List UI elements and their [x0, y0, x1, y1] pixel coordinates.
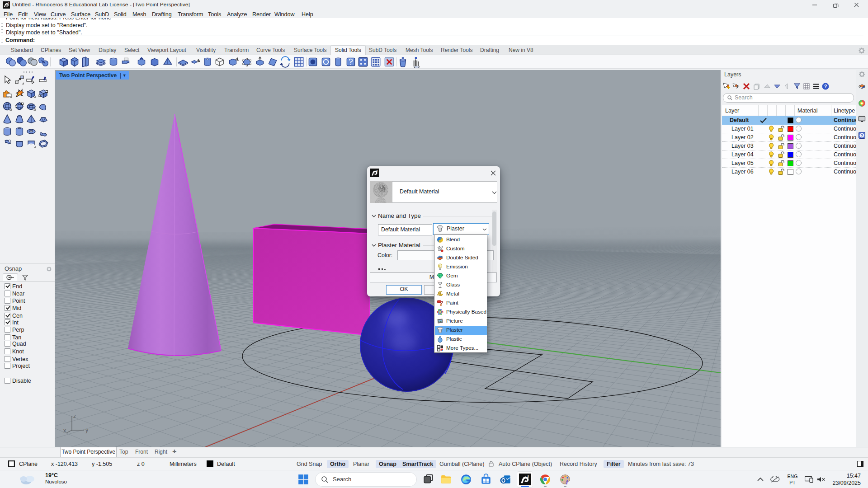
- svg-text:y: y: [85, 427, 89, 433]
- svg-text:?: ?: [861, 133, 863, 138]
- svg-text:z: z: [73, 413, 76, 419]
- svg-text:8: 8: [8, 2, 9, 5]
- svg-text:8: 8: [527, 474, 529, 479]
- svg-text:x: x: [63, 427, 66, 434]
- svg-text:?: ?: [824, 84, 827, 89]
